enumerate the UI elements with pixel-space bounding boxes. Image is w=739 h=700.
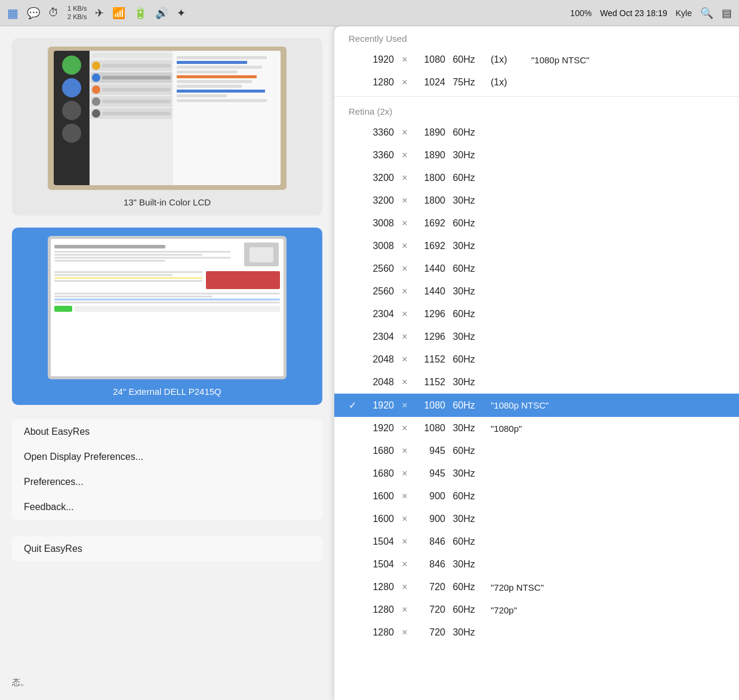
display-card-builtin[interactable]: 13" Built-in Color LCD [12, 38, 322, 216]
display-thumbnail-inner-builtin [54, 51, 281, 185]
timer-icon[interactable]: ⏱ [48, 7, 59, 19]
section-header-retina: Retina (2x) [334, 99, 739, 121]
wifi-icon[interactable]: 📶 [112, 7, 125, 20]
search-icon[interactable]: 🔍 [700, 7, 713, 20]
menu-item-about[interactable]: About EasyRes [12, 419, 322, 444]
resolution-item[interactable]: 2304 × 1296 30Hz [334, 326, 739, 348]
code-display [177, 56, 277, 102]
menu-item-feedback[interactable]: Feedback... [12, 495, 322, 520]
sidebar-icon-4 [62, 124, 81, 143]
resolution-item[interactable]: 1280 × 720 60Hz "720p NTSC" [334, 576, 739, 598]
sidebar-icon-1 [62, 56, 81, 75]
resolution-item[interactable]: 1680 × 945 60Hz [334, 440, 739, 462]
wechat-sidebar [54, 51, 90, 185]
resolution-item[interactable]: 1280 × 1024 75Hz (1x) [334, 71, 739, 94]
section-divider [334, 96, 739, 97]
chat-item [91, 72, 172, 83]
network-icon: 1 KB/s 2 KB/s [67, 5, 87, 20]
resolution-item[interactable]: 3360 × 1890 60Hz [334, 121, 739, 144]
resolution-item[interactable]: 2560 × 1440 30Hz [334, 280, 739, 303]
resolution-item[interactable]: 2048 × 1152 30Hz [334, 371, 739, 394]
resolution-item[interactable]: 2304 × 1296 60Hz [334, 303, 739, 326]
resolution-item[interactable]: 1680 × 945 30Hz [334, 462, 739, 485]
display-thumbnail-builtin [48, 47, 287, 190]
resolution-item[interactable]: 3200 × 1800 30Hz [334, 189, 739, 212]
resolution-item[interactable]: 3200 × 1800 60Hz [334, 167, 739, 189]
main-area: 13" Built-in Color LCD [0, 26, 739, 700]
left-panel: 13" Built-in Color LCD [0, 26, 334, 700]
checkmark-icon [349, 77, 359, 88]
menu-item-display-prefs[interactable]: Open Display Preferences... [12, 444, 322, 469]
menu-item-preferences[interactable]: Preferences... [12, 469, 322, 495]
notifications-icon[interactable]: ▤ [722, 7, 732, 20]
resolution-item[interactable]: 1600 × 900 30Hz [334, 508, 739, 530]
checkmark-icon [349, 54, 359, 65]
menu-item-quit[interactable]: Quit EasyRes [12, 536, 322, 561]
battery-percent: 100% [570, 8, 592, 18]
wechat-icon[interactable]: 💬 [27, 7, 40, 20]
resolution-item[interactable]: 2560 × 1440 60Hz [334, 257, 739, 280]
menubar-datetime: Wed Oct 23 18:19 [600, 8, 667, 18]
resolution-item[interactable]: 1504 × 846 30Hz [334, 553, 739, 576]
resolution-item[interactable]: 2048 × 1152 60Hz [334, 348, 739, 371]
resolution-item[interactable]: 1280 × 720 30Hz [334, 621, 739, 644]
wechat-code-area [173, 51, 281, 185]
resolution-item[interactable]: 1920 × 1080 60Hz (1x) "1080p NTSC" [334, 48, 739, 71]
chat-item [91, 96, 172, 107]
network-speed: 1 KB/s 2 KB/s [67, 5, 87, 20]
resolution-item[interactable]: 3360 × 1890 30Hz [334, 144, 739, 167]
display-thumbnail-external [48, 236, 287, 379]
battery-icon[interactable]: 🔋 [134, 7, 147, 20]
chat-item [91, 108, 172, 119]
resolution-item[interactable]: 1280 × 720 60Hz "720p" [334, 598, 739, 621]
section-header-recent: Recently Used [334, 26, 739, 48]
bluetooth-icon[interactable]: ✦ [177, 7, 186, 20]
volume-icon[interactable]: 🔊 [155, 7, 168, 20]
display-label-external: 24" External DELL P2415Q [113, 386, 221, 397]
easyres-icon[interactable]: ▦ [7, 6, 19, 20]
wechat-chat-list [90, 51, 173, 185]
resolution-item[interactable]: 1600 × 900 60Hz [334, 485, 739, 508]
wechat-mock [54, 51, 281, 185]
doc-mock [51, 239, 284, 376]
resolution-item[interactable]: 3008 × 1692 60Hz [334, 212, 739, 235]
resolution-panel[interactable]: Recently Used 1920 × 1080 60Hz (1x) "108… [334, 26, 739, 700]
bottom-text: 态。 [12, 677, 29, 688]
sidebar-icon-2 [62, 78, 81, 97]
app-menu-section: About EasyRes Open Display Preferences..… [12, 419, 322, 520]
chat-item [91, 84, 172, 95]
display-thumbnail-inner-external [51, 239, 284, 376]
display-card-external[interactable]: 24" External DELL P2415Q [12, 228, 322, 405]
resolution-item[interactable]: 3008 × 1692 30Hz [334, 235, 739, 257]
menubar-user: Kyle [676, 8, 692, 18]
sidebar-icon-3 [62, 101, 81, 120]
menubar-right: 100% Wed Oct 23 18:19 Kyle 🔍 ▤ [570, 7, 732, 20]
resolution-item-selected[interactable]: ✓ 1920 × 1080 60Hz "1080p NTSC" [334, 394, 739, 417]
menubar: ▦ 💬 ⏱ 1 KB/s 2 KB/s ✈ 📶 🔋 🔊 ✦ 100% Wed O… [0, 0, 739, 26]
chat-item [91, 60, 172, 71]
airdrop-icon[interactable]: ✈ [95, 7, 104, 20]
resolution-item[interactable]: 1504 × 846 60Hz [334, 530, 739, 553]
display-label-builtin: 13" Built-in Color LCD [124, 197, 211, 207]
resolution-item[interactable]: 1920 × 1080 30Hz "1080p" [334, 417, 739, 440]
selected-checkmark-icon: ✓ [349, 400, 359, 411]
